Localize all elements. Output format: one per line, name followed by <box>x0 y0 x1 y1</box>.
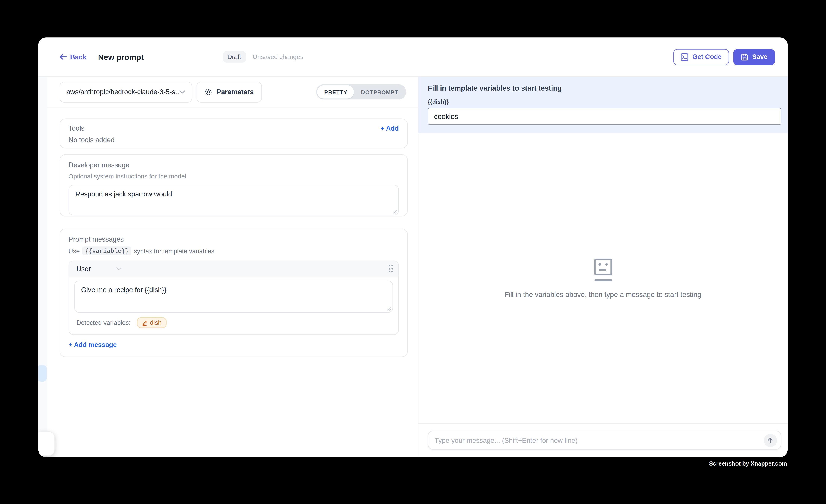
parameters-label: Parameters <box>217 88 254 96</box>
save-label: Save <box>752 53 768 60</box>
robot-face-icon <box>594 258 612 281</box>
status-badge: Draft <box>223 51 246 63</box>
message-role-value: User <box>76 265 91 272</box>
template-syntax-hint: Use {{variable}} syntax for template var… <box>68 246 399 255</box>
page-title: New prompt <box>98 52 143 61</box>
gear-icon <box>204 88 212 96</box>
detected-variables-label: Detected variables: <box>76 319 130 326</box>
chat-input-bar <box>418 423 787 457</box>
variable-chip-dish[interactable]: dish <box>137 317 166 328</box>
chat-empty-state: Fill in the variables above, then type a… <box>418 133 787 423</box>
chat-message-input[interactable] <box>428 436 780 444</box>
pencil-icon <box>141 320 148 326</box>
screenshot-stage: Back New prompt Draft Unsaved changes Ge… <box>0 0 826 504</box>
prompt-messages-label: Prompt messages <box>68 235 399 243</box>
send-button[interactable] <box>764 434 777 447</box>
body-row: aws/anthropic/bedrock-claude-3-5-s... Pa… <box>39 77 787 457</box>
drag-handle-icon[interactable] <box>389 265 393 272</box>
terminal-icon <box>681 53 689 61</box>
sidebar-selected-item-edge[interactable] <box>39 365 47 382</box>
get-code-button[interactable]: Get Code <box>673 49 729 65</box>
tester-title: Fill in template variables to start test… <box>428 84 778 92</box>
model-selector-value: aws/anthropic/bedrock-claude-3-5-s... <box>66 88 179 96</box>
chat-input-container <box>428 431 781 450</box>
collapsed-sidebar-strip <box>39 77 47 457</box>
tester-panel: Fill in template variables to start test… <box>418 77 787 457</box>
detected-variables-row: Detected variables: dish <box>69 313 398 334</box>
variable-field-label: {{dish}} <box>428 99 778 105</box>
tools-card: Tools + Add No tools added <box>60 118 408 148</box>
message-role-select[interactable]: User <box>76 265 122 272</box>
view-mode-toggle: PRETTY DOTPROMPT <box>316 84 406 100</box>
message-block: User G <box>68 261 399 335</box>
developer-message-description: Optional system instructions for the mod… <box>68 173 399 180</box>
add-tool-button[interactable]: + Add <box>380 125 399 132</box>
developer-message-label: Developer message <box>68 161 399 169</box>
save-button[interactable]: Save <box>733 49 775 65</box>
developer-message-card: Developer message Optional system instru… <box>60 154 408 216</box>
prompt-editor-panel: aws/anthropic/bedrock-claude-3-5-s... Pa… <box>47 77 418 457</box>
top-header: Back New prompt Draft Unsaved changes Ge… <box>39 37 787 77</box>
empty-state-text: Fill in the variables above, then type a… <box>505 291 701 298</box>
hint-suffix: syntax for template variables <box>134 247 215 254</box>
watermark-text: Screenshot by Xnapper.com <box>709 460 787 467</box>
tools-empty-text: No tools added <box>68 136 399 144</box>
message-body: Give me a recipe for {{dish}} <box>69 276 398 313</box>
hint-prefix: Use <box>68 247 80 254</box>
template-variables-section: Fill in template variables to start test… <box>418 77 787 133</box>
parameters-button[interactable]: Parameters <box>196 81 262 103</box>
toggle-option-dotprompt[interactable]: DOTPROMPT <box>354 85 405 99</box>
developer-message-textarea[interactable]: Respond as jack sparrow would <box>68 185 399 215</box>
get-code-label: Get Code <box>692 53 722 60</box>
message-header: User <box>69 261 398 276</box>
variable-syntax-chip: {{variable}} <box>82 246 131 255</box>
tools-label: Tools <box>68 124 84 132</box>
editor-toolbar: aws/anthropic/bedrock-claude-3-5-s... Pa… <box>47 77 418 108</box>
sidebar-popover-edge <box>39 431 55 456</box>
arrow-up-icon <box>767 437 774 444</box>
chevron-down-icon <box>179 90 185 94</box>
editor-scroll-area: Tools + Add No tools added Developer mes… <box>47 107 418 457</box>
arrow-left-icon <box>60 54 67 60</box>
add-message-button[interactable]: + Add message <box>68 341 117 349</box>
toggle-option-pretty[interactable]: PRETTY <box>317 85 354 99</box>
app-window: Back New prompt Draft Unsaved changes Ge… <box>39 37 787 457</box>
back-label: Back <box>70 53 86 61</box>
chevron-down-icon <box>116 267 122 270</box>
unsaved-changes-text: Unsaved changes <box>253 53 303 60</box>
message-textarea[interactable]: Give me a recipe for {{dish}} <box>74 281 393 313</box>
back-button[interactable]: Back <box>60 53 86 61</box>
save-icon <box>741 53 749 61</box>
variable-chip-label: dish <box>150 319 162 326</box>
variable-value-input[interactable] <box>428 108 781 125</box>
prompt-messages-card: Prompt messages Use {{variable}} syntax … <box>60 229 408 357</box>
model-selector[interactable]: aws/anthropic/bedrock-claude-3-5-s... <box>60 81 192 103</box>
